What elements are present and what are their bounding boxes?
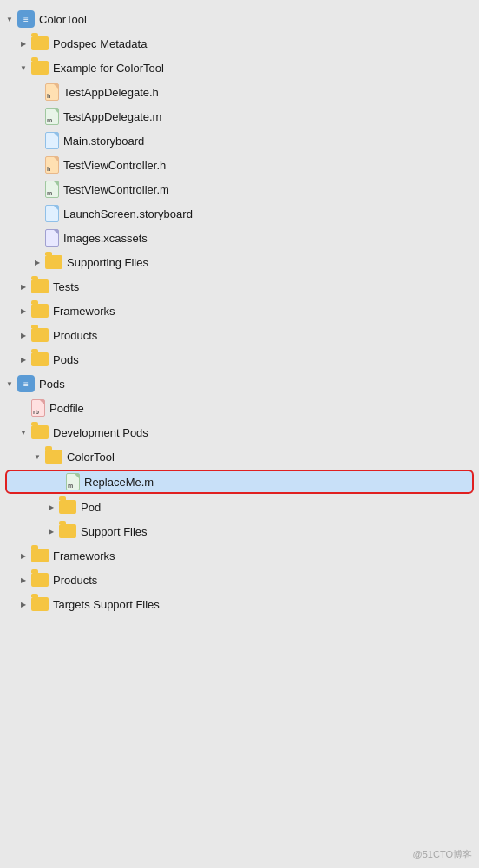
file-m-icon: m — [66, 473, 80, 490]
item-label: Podfile — [49, 402, 84, 415]
tree-item-development-pods[interactable]: Development Pods — [0, 420, 479, 444]
folder-icon — [31, 61, 49, 75]
disclosure-triangle[interactable] — [31, 256, 43, 268]
disclosure-triangle[interactable] — [3, 13, 16, 25]
tree-item-frameworks-1[interactable]: Frameworks — [0, 299, 479, 323]
item-label: Products — [53, 329, 97, 342]
tree-item-colortool-sub[interactable]: ColorTool — [0, 444, 479, 469]
item-label: Pod — [81, 501, 101, 514]
tree-item-testappdelegate-h[interactable]: hTestAppDelegate.h — [0, 80, 479, 104]
file-rb-icon: rb — [31, 399, 45, 417]
folder-icon — [31, 425, 49, 439]
disclosure-triangle[interactable] — [17, 280, 30, 293]
disclosure-triangle[interactable] — [45, 501, 57, 513]
tree-item-podfile[interactable]: rbPodfile — [0, 396, 479, 420]
tree-item-pods-1[interactable]: Pods — [0, 347, 479, 372]
folder-icon — [31, 304, 49, 318]
item-label: Development Pods — [53, 426, 148, 439]
item-label: TestViewController.m — [63, 183, 169, 196]
disclosure-triangle[interactable] — [17, 329, 30, 341]
tree-item-frameworks-2[interactable]: Frameworks — [0, 543, 479, 568]
item-label: Products — [53, 574, 97, 587]
folder-icon — [31, 597, 49, 611]
item-label: ColorTool — [39, 13, 87, 26]
tree-item-replaceme-m[interactable]: mReplaceMe.m — [5, 470, 474, 494]
tree-item-testappdelegate-m[interactable]: mTestAppDelegate.m — [0, 104, 479, 128]
folder-icon — [31, 352, 49, 366]
folder-icon — [31, 573, 49, 587]
disclosure-triangle[interactable] — [17, 62, 30, 74]
item-label: Frameworks — [53, 305, 115, 318]
item-label: Support Files — [81, 525, 148, 538]
item-label: Tests — [53, 280, 79, 293]
folder-icon — [31, 36, 49, 50]
disclosure-triangle[interactable] — [17, 305, 30, 317]
item-label: ColorTool — [67, 450, 115, 464]
tree-item-testviewcontroller-m[interactable]: mTestViewController.m — [0, 177, 479, 201]
folder-icon — [45, 450, 62, 464]
item-label: Main.storyboard — [63, 135, 144, 148]
file-storyboard-icon — [45, 132, 59, 149]
watermark: @51CTO博客 — [413, 848, 472, 861]
folder-icon — [59, 524, 76, 538]
tree-item-podspec-metadata[interactable]: Podspec Metadata — [0, 31, 479, 56]
tree-item-main-storyboard[interactable]: Main.storyboard — [0, 128, 479, 153]
item-label: ReplaceMe.m — [84, 476, 154, 489]
tree-item-colortool[interactable]: ≡ColorTool — [0, 7, 479, 31]
disclosure-triangle[interactable] — [31, 450, 43, 463]
file-m-icon: m — [45, 181, 59, 198]
file-storyboard-icon — [45, 205, 59, 222]
item-label: Targets Support Files — [53, 598, 160, 611]
folder-icon — [59, 500, 76, 514]
disclosure-triangle[interactable] — [17, 574, 30, 586]
tree-item-supporting-files[interactable]: Supporting Files — [0, 250, 479, 274]
tree-item-products-2[interactable]: Products — [0, 568, 479, 592]
tree-item-products-1[interactable]: Products — [0, 323, 479, 347]
disclosure-triangle[interactable] — [17, 37, 30, 49]
item-label: TestViewController.h — [63, 159, 166, 172]
item-label: TestAppDelegate.m — [63, 110, 161, 123]
disclosure-triangle[interactable] — [17, 549, 30, 562]
tree-item-targets-support-files[interactable]: Targets Support Files — [0, 592, 479, 616]
item-label: Pods — [53, 353, 79, 366]
tree-item-pod[interactable]: Pod — [0, 495, 479, 519]
disclosure-triangle[interactable] — [3, 378, 16, 390]
file-xcassets-icon — [45, 229, 59, 247]
tree-item-support-files[interactable]: Support Files — [0, 519, 479, 543]
item-label: Pods — [39, 378, 65, 391]
project-icon: ≡ — [17, 10, 35, 28]
item-label: LaunchScreen.storyboard — [63, 207, 193, 220]
item-label: Example for ColorTool — [53, 62, 164, 75]
file-h-icon: h — [45, 156, 59, 174]
folder-icon — [31, 279, 49, 293]
tree-item-pods-root[interactable]: ≡Pods — [0, 372, 479, 396]
item-label: TestAppDelegate.h — [63, 86, 159, 99]
tree-item-example-for-colortool[interactable]: Example for ColorTool — [0, 56, 479, 80]
disclosure-triangle[interactable] — [17, 353, 30, 365]
tree-item-tests[interactable]: Tests — [0, 274, 479, 299]
tree-item-images-xcassets[interactable]: Images.xcassets — [0, 226, 479, 250]
project-icon: ≡ — [17, 375, 35, 392]
item-label: Frameworks — [53, 549, 115, 562]
file-tree: ≡ColorToolPodspec MetadataExample for Co… — [0, 0, 479, 868]
item-label: Supporting Files — [67, 256, 148, 269]
item-label: Images.xcassets — [63, 232, 148, 245]
folder-icon — [31, 328, 49, 342]
disclosure-triangle[interactable] — [17, 426, 30, 438]
tree-item-testviewcontroller-h[interactable]: hTestViewController.h — [0, 153, 479, 177]
disclosure-triangle[interactable] — [17, 598, 30, 610]
tree-item-launchscreen-storyboard[interactable]: LaunchScreen.storyboard — [0, 201, 479, 226]
disclosure-triangle[interactable] — [45, 525, 57, 537]
file-h-icon: h — [45, 83, 59, 101]
folder-icon — [45, 255, 62, 269]
folder-icon — [31, 549, 49, 562]
file-m-icon: m — [45, 108, 59, 125]
item-label: Podspec Metadata — [53, 37, 147, 50]
